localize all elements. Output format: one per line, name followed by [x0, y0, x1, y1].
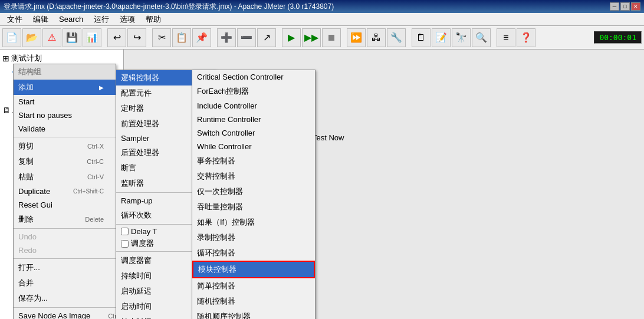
ctx-sep4: [14, 307, 116, 308]
undo-button[interactable]: ↩: [107, 28, 126, 47]
stop-button[interactable]: ⏹: [322, 28, 341, 47]
ctx-saveas[interactable]: 保存为...: [14, 291, 116, 306]
workbench-icon: 🖥: [2, 106, 11, 115]
ctx-throughput[interactable]: 吞吐量控制器: [192, 199, 315, 215]
ctx-start-nopauses[interactable]: Start no pauses: [14, 108, 116, 122]
open-button[interactable]: 📂: [22, 28, 41, 47]
arrow-button[interactable]: ↗: [257, 28, 276, 47]
remote3-button[interactable]: 🔧: [387, 28, 406, 47]
timer-display: 00:00:01: [594, 31, 642, 44]
ctx-start[interactable]: Start: [14, 95, 116, 108]
menu-options[interactable]: 选项: [115, 13, 140, 26]
ctx-duplicate[interactable]: Duplicate Ctrl+Shift-C: [14, 185, 116, 198]
ctx-reset-gui[interactable]: Reset Gui: [14, 198, 116, 212]
menu-search[interactable]: Search: [54, 14, 88, 25]
title-bar: 登录请求.jmx (D:\apache-jmeter-3.0\apache-jm…: [0, 0, 644, 13]
remote-button[interactable]: ⏩: [347, 28, 366, 47]
copy-button[interactable]: 📋: [172, 28, 191, 47]
ctx-redo: Redo: [14, 244, 116, 257]
ctx-save-node[interactable]: Save Node As Image Ctrl-G: [14, 309, 116, 319]
expand-button[interactable]: ➕: [217, 28, 236, 47]
menu-file[interactable]: 文件: [2, 13, 27, 26]
ctx-if[interactable]: 如果（If）控制器: [192, 215, 315, 230]
context-menu-logic: Critical Section Controller ForEach控制器 I…: [192, 70, 316, 319]
context-menu-main: 结构组 添加 ▶ Start Start no pauses Validate …: [13, 64, 116, 319]
menu-run[interactable]: 运行: [89, 13, 114, 26]
menu-edit[interactable]: 编辑: [28, 13, 53, 26]
ctx-cut[interactable]: 剪切 Ctrl-X: [14, 139, 116, 154]
ctx-add[interactable]: 添加 ▶: [14, 80, 116, 95]
ctx-foreach[interactable]: ForEach控制器: [192, 84, 315, 99]
ctx-sep3: [14, 258, 116, 259]
ctx-open[interactable]: 打开...: [14, 260, 116, 275]
ctx-while[interactable]: While Controller: [192, 140, 315, 153]
template-button[interactable]: 🗒: [412, 28, 431, 47]
filter-button[interactable]: 🔍: [472, 28, 491, 47]
scheduler-checkbox[interactable]: [121, 240, 129, 248]
plan-label: 测试计划: [11, 53, 42, 64]
ctx-runtime[interactable]: Runtime Controller: [192, 113, 315, 126]
toolbar: 📄 📂 ⚠ 💾 📊 ↩ ↪ ✂ 📋 📌 ➕ ➖ ↗ ▶ ▶▶ ⏹ ⏩ 🖧 🔧 🗒…: [0, 26, 644, 50]
run2-button[interactable]: ▶▶: [302, 28, 321, 47]
ctx-module[interactable]: 模块控制器: [192, 261, 315, 278]
ctx-once-only[interactable]: 仅一次控制器: [192, 184, 315, 199]
ctx-critical-section[interactable]: Critical Section Controller: [192, 70, 315, 84]
collapse-button[interactable]: ➖: [237, 28, 256, 47]
ctx-paste[interactable]: 粘贴 Ctrl-V: [14, 169, 116, 185]
cut-button[interactable]: ✂: [152, 28, 171, 47]
tool5[interactable]: 📊: [83, 28, 101, 47]
ctx-delete[interactable]: 删除 Delete: [14, 212, 116, 227]
ctx-interleave[interactable]: 交替控制器: [192, 169, 315, 184]
ctx-sep1: [14, 137, 116, 137]
ctx-loop[interactable]: 循环控制器: [192, 245, 315, 261]
save-button[interactable]: ⚠: [42, 28, 61, 47]
redo-button[interactable]: ↪: [127, 28, 146, 47]
save2-button[interactable]: 💾: [63, 28, 81, 47]
menu-help[interactable]: 帮助: [141, 13, 166, 26]
ctx-random-order[interactable]: 随机顺序控制器: [192, 309, 315, 319]
window-title: 登录请求.jmx (D:\apache-jmeter-3.0\apache-jm…: [4, 2, 610, 12]
template2-button[interactable]: 📝: [432, 28, 451, 47]
ctx-validate[interactable]: Validate: [14, 122, 116, 136]
ctx-transaction[interactable]: 事务控制器: [192, 153, 315, 169]
ctx-switch[interactable]: Switch Controller: [192, 126, 315, 140]
plan-icon: ⊞: [2, 54, 9, 63]
ctx-simple[interactable]: 简单控制器: [192, 278, 315, 294]
ctx-random[interactable]: 随机控制器: [192, 294, 315, 309]
ctx-recording[interactable]: 录制控制器: [192, 230, 315, 245]
ctx-merge[interactable]: 合并: [14, 275, 116, 291]
binocular-button[interactable]: 🔭: [452, 28, 471, 47]
ctx-include[interactable]: Include Controller: [192, 99, 315, 113]
ctx-copy[interactable]: 复制 Ctrl-C: [14, 154, 116, 169]
window-controls: ─ □ ✕: [610, 2, 640, 11]
list-button[interactable]: ≡: [497, 28, 515, 47]
paste-button[interactable]: 📌: [192, 28, 211, 47]
remote2-button[interactable]: 🖧: [367, 28, 386, 47]
help-button[interactable]: ❓: [517, 28, 535, 47]
run-button[interactable]: ▶: [282, 28, 301, 47]
close-button[interactable]: ✕: [631, 2, 640, 11]
minimize-button[interactable]: ─: [610, 2, 619, 11]
tree-node-plan[interactable]: ⊞ 测试计划: [2, 52, 121, 65]
new-button[interactable]: 📄: [2, 28, 21, 47]
ctx-undo: Undo: [14, 230, 116, 244]
ctx-sep2: [14, 228, 116, 229]
ctx-jiegouzu: 结构组: [14, 64, 116, 80]
delay-checkbox[interactable]: [121, 228, 129, 235]
menu-bar: 文件 编辑 Search 运行 选项 帮助: [0, 13, 644, 26]
maximize-button[interactable]: □: [620, 2, 630, 11]
